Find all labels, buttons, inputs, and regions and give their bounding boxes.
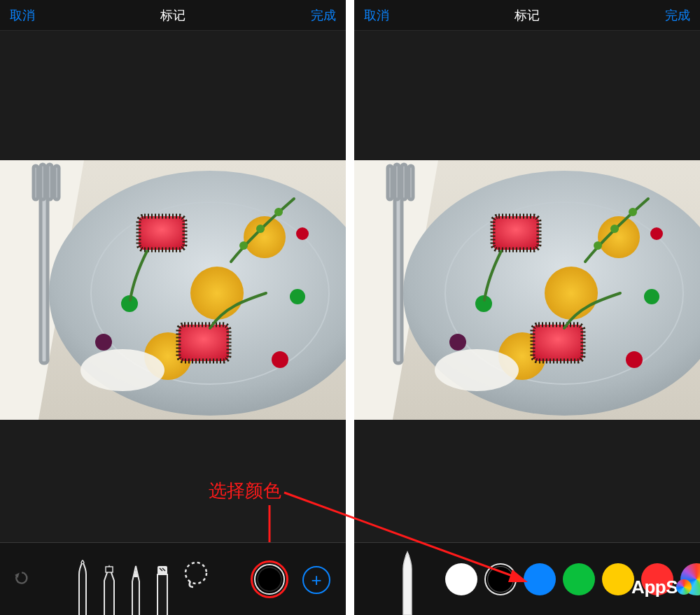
screen-right: 取消 标记 完成 — [354, 0, 700, 615]
watermark-o-icon — [676, 579, 692, 595]
undo-button[interactable] — [10, 566, 34, 590]
svg-rect-2 — [41, 188, 48, 363]
svg-point-23 — [274, 208, 283, 216]
svg-point-19 — [272, 351, 288, 368]
svg-point-56 — [610, 225, 619, 233]
svg-point-57 — [629, 208, 637, 216]
svg-point-22 — [256, 225, 265, 233]
nav-title: 标记 — [160, 7, 186, 24]
screenshot-divider — [346, 0, 354, 615]
svg-rect-12 — [178, 325, 229, 361]
svg-point-58 — [449, 334, 466, 351]
screen-left: 取消 标记 完成 — [0, 0, 346, 615]
svg-point-11 — [244, 216, 286, 258]
svg-rect-38 — [395, 164, 399, 199]
canvas-area[interactable] — [354, 31, 700, 542]
lasso-tool[interactable] — [181, 559, 211, 590]
svg-rect-46 — [533, 325, 583, 361]
svg-rect-37 — [388, 166, 392, 199]
svg-point-16 — [80, 349, 164, 391]
add-shape-button[interactable]: + — [302, 566, 330, 594]
color-swatch-white[interactable] — [445, 563, 477, 595]
svg-rect-29 — [158, 574, 167, 615]
svg-point-21 — [239, 241, 248, 250]
svg-point-53 — [626, 351, 643, 368]
svg-rect-4 — [41, 164, 45, 199]
drawing-tools — [70, 553, 216, 615]
highlighter-tool[interactable] — [97, 553, 122, 615]
svg-point-18 — [290, 289, 305, 304]
svg-point-24 — [95, 334, 112, 351]
photo-preview — [354, 160, 700, 420]
nav-bar: 取消 标记 完成 — [0, 0, 346, 31]
markup-toolbar: + — [0, 542, 346, 615]
done-button[interactable]: 完成 — [311, 7, 336, 24]
color-swatch-green[interactable] — [563, 563, 595, 595]
annotation-label: 选择颜色 — [209, 479, 281, 503]
watermark-appso: AppS — [631, 577, 692, 598]
cancel-button[interactable]: 取消 — [10, 7, 35, 24]
nav-bar: 取消 标记 完成 — [354, 0, 700, 31]
marker-tool[interactable] — [70, 553, 95, 615]
plus-icon: + — [311, 571, 321, 589]
svg-rect-6 — [55, 166, 59, 199]
svg-point-55 — [594, 241, 602, 250]
svg-point-44 — [545, 267, 598, 320]
svg-rect-14 — [139, 216, 185, 250]
svg-point-20 — [296, 227, 309, 240]
watermark-text: AppS — [631, 577, 678, 598]
color-swatch-black[interactable] — [484, 563, 517, 595]
svg-rect-40 — [409, 166, 413, 199]
svg-point-54 — [650, 227, 663, 240]
svg-rect-28 — [106, 567, 113, 572]
active-pen[interactable] — [393, 539, 421, 615]
svg-point-45 — [598, 216, 640, 258]
svg-rect-36 — [395, 188, 402, 363]
nav-title: 标记 — [514, 7, 540, 24]
photo-preview — [0, 160, 346, 420]
annotation-highlight-ring — [251, 560, 288, 598]
svg-point-33 — [186, 563, 206, 584]
color-swatch-blue[interactable] — [524, 563, 556, 595]
svg-rect-5 — [48, 164, 52, 199]
cancel-button[interactable]: 取消 — [364, 7, 389, 24]
canvas-area[interactable]: 选择颜色 — [0, 31, 346, 542]
svg-point-50 — [435, 349, 519, 391]
color-swatch-yellow[interactable] — [602, 563, 634, 595]
color-picker-button[interactable] — [251, 560, 288, 598]
svg-point-52 — [644, 289, 659, 304]
svg-point-10 — [190, 267, 244, 320]
svg-rect-3 — [34, 166, 38, 199]
svg-rect-48 — [493, 216, 539, 250]
pencil-tool[interactable] — [123, 553, 148, 615]
eraser-tool[interactable] — [150, 553, 175, 615]
done-button[interactable]: 完成 — [665, 7, 690, 24]
svg-rect-39 — [402, 164, 406, 199]
